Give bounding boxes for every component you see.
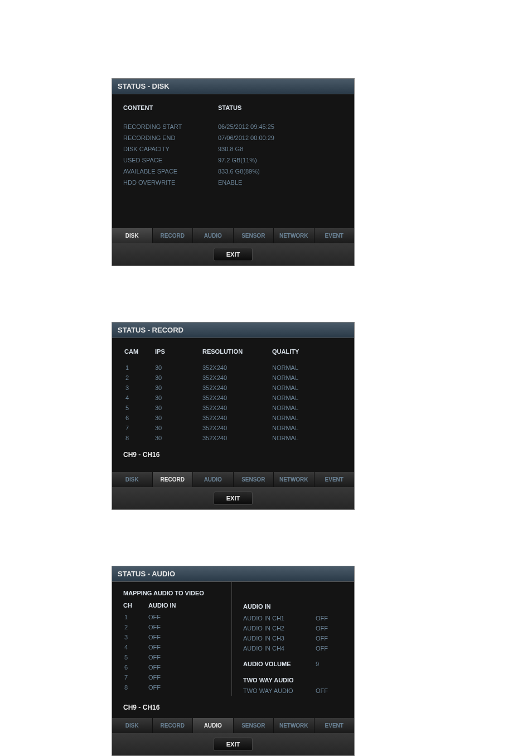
record-quality: NORMAL — [272, 415, 298, 421]
record-header-cam: CAM — [124, 348, 155, 355]
tab-audio[interactable]: AUDIO — [193, 718, 234, 733]
audio-map-row: 8 OFF — [123, 682, 226, 692]
audio-map-rows: 1 OFF 2 OFF 3 OFF 4 OFF — [123, 612, 226, 692]
audio-body: MAPPING AUDIO TO VIDEO CH AUDIO IN 1 OFF… — [112, 582, 354, 718]
record-resolution: 352X240 — [202, 394, 272, 401]
record-row: 6 30 352X240 NORMAL — [124, 413, 349, 423]
record-ips: 30 — [155, 425, 202, 431]
tab-disk[interactable]: DISK — [112, 228, 153, 243]
tab-disk[interactable]: DISK — [112, 718, 153, 733]
exit-button[interactable]: EXIT — [214, 248, 253, 261]
disk-body: CONTENT STATUS RECORDING START 06/25/201… — [112, 94, 354, 228]
record-cam: 5 — [124, 405, 155, 411]
audio-in-label: AUDIO IN CH2 — [243, 625, 316, 632]
tab-audio[interactable]: AUDIO — [193, 472, 234, 487]
audio-map-row: 2 OFF — [123, 622, 226, 632]
status-record-panel: STATUS - RECORD CAM IPS RESOLUTION QUALI… — [112, 322, 355, 510]
disk-headers: CONTENT STATUS — [112, 94, 354, 121]
audio-left-column: MAPPING AUDIO TO VIDEO CH AUDIO IN 1 OFF… — [112, 582, 232, 696]
record-resolution: 352X240 — [202, 425, 272, 431]
audio-val: OFF — [148, 624, 161, 630]
audio-map-row: 5 OFF — [123, 652, 226, 662]
record-quality: NORMAL — [272, 435, 298, 441]
record-cam: 1 — [124, 364, 155, 371]
audio-in-label: AUDIO IN CH4 — [243, 645, 316, 652]
exit-button[interactable]: EXIT — [214, 738, 253, 751]
two-way-audio-section: TWO WAY AUDIO TWO WAY AUDIO OFF — [243, 671, 349, 696]
tab-record[interactable]: RECORD — [153, 228, 194, 243]
record-row: 8 30 352X240 NORMAL — [124, 433, 349, 443]
audio-val: OFF — [148, 684, 161, 691]
record-quality: NORMAL — [272, 384, 298, 391]
audio-in-rows: AUDIO IN CH1 OFF AUDIO IN CH2 OFF AUDIO … — [243, 613, 349, 653]
disk-label: HDD OVERWRITE — [123, 179, 218, 186]
tab-audio[interactable]: AUDIO — [193, 228, 234, 243]
record-header-ips: IPS — [155, 348, 202, 355]
record-header-quality: QUALITY — [272, 348, 299, 355]
disk-value: 930.8 G8 — [218, 146, 243, 152]
disk-label: RECORDING END — [123, 134, 218, 141]
tab-event[interactable]: EVENT — [315, 228, 355, 243]
audio-val: OFF — [148, 614, 161, 620]
audio-in-row: AUDIO IN CH3 OFF — [243, 633, 349, 643]
record-quality: NORMAL — [272, 405, 298, 411]
record-quality: NORMAL — [272, 394, 298, 401]
record-resolution: 352X240 — [202, 415, 272, 421]
panel-title-disk: STATUS - DISK — [112, 79, 354, 94]
tab-event[interactable]: EVENT — [315, 472, 355, 487]
audio-in-label: AUDIO IN CH1 — [243, 615, 316, 622]
record-ips: 30 — [155, 394, 202, 401]
audio-val: OFF — [148, 674, 161, 681]
record-row: 3 30 352X240 NORMAL — [124, 383, 349, 393]
two-way-title: TWO WAY AUDIO — [243, 677, 349, 686]
audio-in-val: OFF — [316, 645, 328, 652]
audio-in-row: AUDIO IN CH2 OFF — [243, 623, 349, 633]
tab-event[interactable]: EVENT — [315, 718, 355, 733]
record-body: CAM IPS RESOLUTION QUALITY 1 30 352X240 … — [112, 338, 354, 472]
audio-in-val: OFF — [316, 635, 328, 642]
audio-in-val: OFF — [316, 615, 328, 622]
record-cam: 4 — [124, 394, 155, 401]
exit-bar: EXIT — [112, 243, 354, 266]
disk-value: ENABLE — [218, 179, 242, 186]
exit-button[interactable]: EXIT — [214, 492, 253, 505]
audio-volume-section: AUDIO VOLUME 9 — [243, 653, 349, 671]
disk-value: 833.6 G8(89%) — [218, 168, 260, 175]
disk-value: 06/25/2012 09:45:25 — [218, 123, 274, 130]
audio-map-row: 3 OFF — [123, 632, 226, 642]
record-quality: NORMAL — [272, 425, 298, 431]
tab-record[interactable]: RECORD — [153, 472, 194, 487]
tab-record[interactable]: RECORD — [153, 718, 194, 733]
audio-map-row: 7 OFF — [123, 672, 226, 682]
tab-sensor[interactable]: SENSOR — [234, 472, 274, 487]
audio-ch: 6 — [123, 664, 148, 671]
disk-label: AVAILABLE SPACE — [123, 168, 218, 175]
record-header-resolution: RESOLUTION — [202, 348, 272, 355]
record-cam: 6 — [124, 415, 155, 421]
record-ips: 30 — [155, 364, 202, 371]
tab-sensor[interactable]: SENSOR — [234, 228, 274, 243]
audio-ch: 2 — [123, 624, 148, 630]
audio-ch: 5 — [123, 654, 148, 661]
record-quality: NORMAL — [272, 364, 298, 371]
record-row: 5 30 352X240 NORMAL — [124, 403, 349, 413]
tab-network[interactable]: NETWORK — [274, 228, 315, 243]
tab-network[interactable]: NETWORK — [274, 718, 315, 733]
disk-value: 07/06/2012 00:00:29 — [218, 134, 274, 141]
record-cam: 3 — [124, 384, 155, 391]
panel-title-record: STATUS - RECORD — [112, 322, 354, 338]
tabs-record: DISK RECORD AUDIO SENSOR NETWORK EVENT — [112, 472, 354, 487]
channel-range-button[interactable]: CH9 - CH16 — [112, 443, 354, 465]
disk-row: RECORDING START 06/25/2012 09:45:25 — [123, 121, 349, 132]
tab-network[interactable]: NETWORK — [274, 472, 315, 487]
tab-disk[interactable]: DISK — [112, 472, 153, 487]
tab-sensor[interactable]: SENSOR — [234, 718, 274, 733]
audio-in-row: AUDIO IN CH1 OFF — [243, 613, 349, 623]
audio-volume-value: 9 — [316, 661, 319, 670]
audio-val: OFF — [148, 644, 161, 651]
record-rows: 1 30 352X240 NORMAL 2 30 352X240 NORMAL … — [112, 363, 354, 443]
record-cam: 7 — [124, 425, 155, 431]
audio-ch: 4 — [123, 644, 148, 651]
channel-range-button[interactable]: CH9 - CH16 — [112, 696, 354, 718]
status-audio-panel: STATUS - AUDIO MAPPING AUDIO TO VIDEO CH… — [112, 566, 355, 756]
